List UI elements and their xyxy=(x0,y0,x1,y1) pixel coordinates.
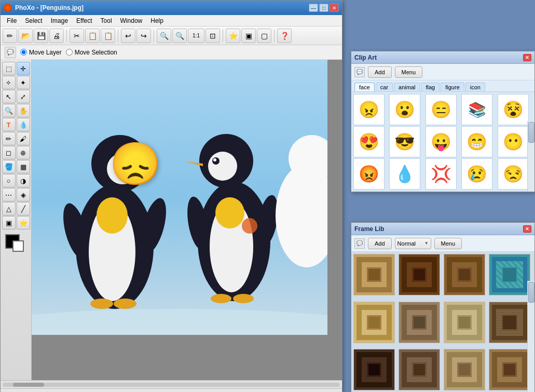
tool-move[interactable]: ✛ xyxy=(17,62,30,75)
cat-face[interactable]: face xyxy=(354,83,375,91)
toolbar-help[interactable]: ❓ xyxy=(277,29,292,43)
cat-icon[interactable]: icon xyxy=(465,83,485,91)
frame-item-11[interactable] xyxy=(489,349,530,390)
toolbar-cut[interactable]: ✂ xyxy=(70,29,84,43)
clipart-item-9[interactable]: 😶 xyxy=(498,126,529,157)
tool-frame[interactable]: ▣ xyxy=(2,216,16,229)
framelib-add-button[interactable]: Add xyxy=(368,238,392,249)
clipart-item-11[interactable]: 💧 xyxy=(389,158,420,190)
clipart-scrollbar[interactable] xyxy=(527,121,534,192)
toolbar-open[interactable]: 📂 xyxy=(18,29,33,43)
framelib-close-button[interactable]: ✕ xyxy=(523,225,531,233)
toolbar-rect[interactable]: ▢ xyxy=(257,29,271,43)
clipart-item-5[interactable]: 😍 xyxy=(353,126,385,157)
tool-burn[interactable]: ◑ xyxy=(17,174,30,187)
clipart-item-13[interactable]: 😢 xyxy=(461,158,492,190)
tool-lasso[interactable]: ⟡ xyxy=(2,76,16,89)
move-layer-radio[interactable]: Move Layer xyxy=(20,49,62,56)
clipart-close-button[interactable]: ✕ xyxy=(523,54,531,61)
cat-flag[interactable]: flag xyxy=(421,83,440,91)
clipart-item-12[interactable]: 💢 xyxy=(426,158,457,190)
framelib-scrollbar-thumb[interactable] xyxy=(528,282,534,303)
toolbar-zoom-out[interactable]: 🔍 xyxy=(157,29,171,43)
clipart-item-4[interactable]: 😵 xyxy=(498,94,529,125)
tool-pencil[interactable]: ✏ xyxy=(2,132,16,145)
toolbar-save[interactable]: 💾 xyxy=(34,29,48,43)
frame-item-3[interactable] xyxy=(489,254,530,295)
tool-transform[interactable]: ⤢ xyxy=(17,90,30,103)
tool-sharpen[interactable]: ◈ xyxy=(17,188,30,201)
frame-item-10[interactable] xyxy=(444,349,485,390)
toolbar-pencil[interactable]: ✏ xyxy=(3,29,17,43)
frame-item-2[interactable] xyxy=(444,254,485,295)
frame-item-8[interactable] xyxy=(353,349,395,390)
clipart-item-7[interactable]: 😛 xyxy=(426,126,457,157)
framelib-scrollbar[interactable] xyxy=(527,281,534,392)
tool-shape[interactable]: △ xyxy=(2,202,16,215)
tool-clone[interactable]: ⊕ xyxy=(17,146,30,159)
toolbar-print[interactable]: 🖨 xyxy=(49,29,64,43)
frame-item-1[interactable] xyxy=(399,254,440,295)
frame-item-6[interactable] xyxy=(444,302,485,343)
frame-item-7[interactable] xyxy=(489,302,530,343)
tool-magic-wand[interactable]: ✦ xyxy=(17,76,30,89)
tool-select-rect[interactable]: ⬚ xyxy=(2,62,16,75)
clipart-item-8[interactable]: 😁 xyxy=(461,126,492,157)
menu-window[interactable]: Window xyxy=(116,16,147,25)
toolbar-frame[interactable]: ▣ xyxy=(241,29,256,43)
toolbar-fit[interactable]: ⊡ xyxy=(205,29,220,43)
toolbar-zoom-actual[interactable]: 1:1 xyxy=(188,29,204,43)
clipart-item-10[interactable]: 😡 xyxy=(353,158,385,190)
menu-select[interactable]: Select xyxy=(21,16,46,25)
frame-item-9[interactable] xyxy=(399,349,440,390)
menu-file[interactable]: File xyxy=(3,16,21,25)
toolbar-paste[interactable]: 📋 xyxy=(101,29,115,43)
tool-eraser[interactable]: ◻ xyxy=(2,146,16,159)
clipart-menu-button[interactable]: Menu xyxy=(395,66,423,78)
canvas-area[interactable]: 😞 xyxy=(32,60,342,380)
tool-text[interactable]: T xyxy=(2,118,16,131)
framelib-menu-button[interactable]: Menu xyxy=(434,238,462,249)
tool-star[interactable]: ⭐ xyxy=(17,216,30,229)
toolbar-redo[interactable]: ↪ xyxy=(136,29,151,43)
menu-effect[interactable]: Effect xyxy=(72,16,96,25)
cat-animal[interactable]: animal xyxy=(394,83,420,91)
move-selection-radio[interactable]: Move Selection xyxy=(66,49,117,56)
background-color[interactable] xyxy=(12,240,24,252)
clipart-add-button[interactable]: Add xyxy=(368,66,392,78)
framelib-normal-dropdown[interactable]: Normal ▼ xyxy=(395,238,431,249)
h-scrollbar[interactable] xyxy=(1,380,342,388)
clipart-item-3[interactable]: 📚 xyxy=(461,94,492,125)
cat-car[interactable]: car xyxy=(376,83,393,91)
toolbar-undo[interactable]: ↩ xyxy=(121,29,135,43)
menu-tool[interactable]: Tool xyxy=(97,16,116,25)
maximize-button[interactable]: □ xyxy=(319,4,328,12)
tool-zoom[interactable]: 🔍 xyxy=(2,104,16,117)
toolbar-zoom-in[interactable]: 🔍 xyxy=(172,29,187,43)
tool-pan[interactable]: ✋ xyxy=(17,104,30,117)
clipart-item-6[interactable]: 😎 xyxy=(389,126,420,157)
menu-image[interactable]: Image xyxy=(47,16,72,25)
tool-line[interactable]: ╱ xyxy=(17,202,30,215)
toolbar-copy[interactable]: 📋 xyxy=(85,29,100,43)
tool-gradient[interactable]: ▦ xyxy=(17,160,30,173)
clipart-item-1[interactable]: 😮 xyxy=(389,94,420,125)
clipart-item-14[interactable]: 😒 xyxy=(498,158,529,190)
tool-dodge[interactable]: ○ xyxy=(2,174,16,187)
tool-brush[interactable]: 🖌 xyxy=(17,132,30,145)
tool-fill[interactable]: 🪣 xyxy=(2,160,16,173)
clipart-item-0[interactable]: 😠 xyxy=(353,94,385,125)
clipart-scrollbar-thumb[interactable] xyxy=(528,122,534,143)
frame-item-4[interactable] xyxy=(353,302,395,343)
menu-help[interactable]: Help xyxy=(146,16,168,25)
frame-item-0[interactable] xyxy=(353,254,395,295)
tool-eyedropper[interactable]: 💧 xyxy=(17,118,30,131)
frame-item-5[interactable] xyxy=(399,302,440,343)
toolbar-star[interactable]: ⭐ xyxy=(226,29,240,43)
tool-arrow[interactable]: ↖ xyxy=(2,90,16,103)
minimize-button[interactable]: — xyxy=(309,4,318,12)
close-button[interactable]: ✕ xyxy=(330,4,339,12)
clipart-item-2[interactable]: 😑 xyxy=(426,94,457,125)
tool-smudge[interactable]: ⋯ xyxy=(2,188,16,201)
cat-figure[interactable]: figure xyxy=(441,83,464,91)
